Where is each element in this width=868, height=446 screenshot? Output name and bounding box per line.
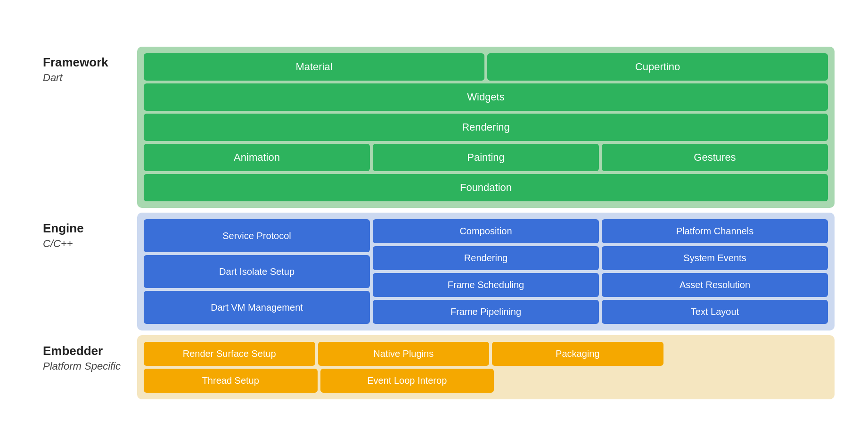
engine-section: Engine C/C++ Service Protocol Dart Isola…: [33, 213, 835, 335]
engine-sublabel: C/C++: [43, 238, 132, 250]
system-events-cell: System Events: [602, 246, 828, 270]
framework-title: Framework: [43, 55, 132, 70]
render-surface-setup-cell: Render Surface Setup: [144, 342, 315, 366]
engine-content: Service Protocol Dart Isolate Setup Dart…: [137, 213, 835, 330]
flutter-architecture-diagram: Framework Dart Material Cupertino Widget…: [33, 47, 835, 399]
packaging-cell: Packaging: [492, 342, 663, 366]
framework-row-4: Animation Painting Gestures: [144, 144, 828, 171]
engine-col-1: Service Protocol Dart Isolate Setup Dart…: [144, 219, 370, 324]
framework-row-3: Rendering: [144, 114, 828, 141]
embedder-row1-spacer: [666, 342, 828, 366]
thread-setup-cell: Thread Setup: [144, 369, 318, 393]
embedder-sublabel: Platform Specific: [43, 360, 132, 372]
foundation-cell: Foundation: [144, 174, 828, 201]
frame-pipelining-cell: Frame Pipelining: [373, 300, 599, 324]
rendering-fw-cell: Rendering: [144, 114, 828, 141]
framework-label: Framework Dart: [33, 47, 137, 213]
native-plugins-cell: Native Plugins: [318, 342, 490, 366]
frame-scheduling-cell: Frame Scheduling: [373, 273, 599, 297]
embedder-row2-spacer2: [664, 369, 828, 393]
dart-isolate-setup-cell: Dart Isolate Setup: [144, 255, 370, 288]
rendering-engine-cell: Rendering: [373, 246, 599, 270]
event-loop-interop-cell: Event Loop Interop: [320, 369, 494, 393]
engine-col-3: Platform Channels System Events Asset Re…: [602, 219, 828, 324]
gestures-cell: Gestures: [602, 144, 828, 171]
asset-resolution-cell: Asset Resolution: [602, 273, 828, 297]
composition-cell: Composition: [373, 219, 599, 243]
framework-content: Material Cupertino Widgets Rendering: [137, 47, 835, 208]
engine-col-2: Composition Rendering Frame Scheduling F…: [373, 219, 599, 324]
framework-row-5: Foundation: [144, 174, 828, 201]
framework-section: Framework Dart Material Cupertino Widget…: [33, 47, 835, 213]
embedder-section: Embedder Platform Specific Render Surfac…: [33, 335, 835, 399]
embedder-content: Render Surface Setup Native Plugins Pack…: [137, 335, 835, 399]
framework-row-2: Widgets: [144, 83, 828, 111]
material-cell: Material: [144, 53, 484, 81]
engine-columns: Service Protocol Dart Isolate Setup Dart…: [144, 219, 828, 324]
engine-title: Engine: [43, 221, 132, 236]
dart-vm-management-cell: Dart VM Management: [144, 291, 370, 324]
engine-label: Engine C/C++: [33, 213, 137, 335]
embedder-title: Embedder: [43, 344, 132, 358]
framework-sublabel: Dart: [43, 72, 132, 84]
painting-cell: Painting: [373, 144, 599, 171]
animation-cell: Animation: [144, 144, 370, 171]
embedder-row-1: Render Surface Setup Native Plugins Pack…: [144, 342, 828, 366]
framework-row-1: Material Cupertino: [144, 53, 828, 81]
embedder-row-2: Thread Setup Event Loop Interop: [144, 369, 828, 393]
embedder-row2-spacer1: [497, 369, 661, 393]
platform-channels-cell: Platform Channels: [602, 219, 828, 243]
text-layout-cell: Text Layout: [602, 300, 828, 324]
widgets-cell: Widgets: [144, 83, 828, 111]
cupertino-cell: Cupertino: [487, 53, 828, 81]
embedder-label: Embedder Platform Specific: [33, 335, 137, 399]
service-protocol-cell: Service Protocol: [144, 219, 370, 252]
